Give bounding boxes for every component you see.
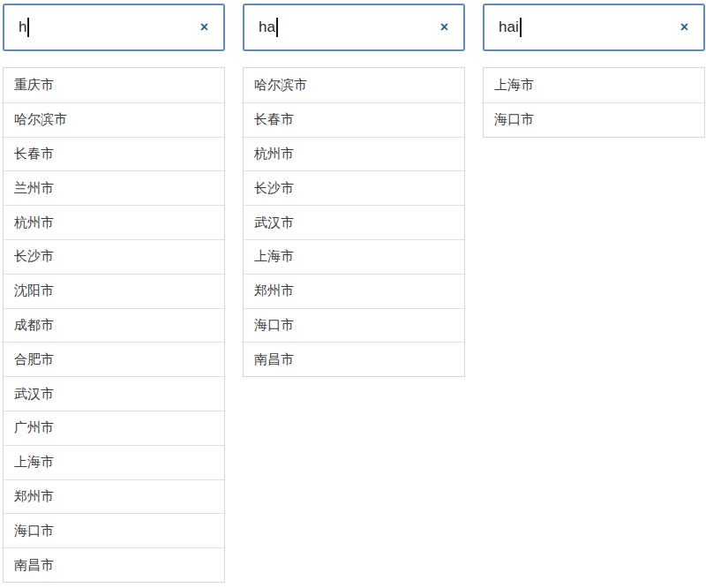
- suggestion-item[interactable]: 上海市: [4, 445, 224, 479]
- suggestion-item[interactable]: 南昌市: [4, 547, 224, 582]
- text-caret: [520, 18, 522, 37]
- search-input-value: hai: [499, 19, 519, 36]
- autocomplete-widget-2: ha × 哈尔滨市长春市杭州市长沙市武汉市上海市郑州市海口市南昌市: [243, 4, 465, 588]
- suggestion-item[interactable]: 上海市: [244, 239, 464, 274]
- suggestion-item[interactable]: 南昌市: [244, 342, 464, 376]
- suggestion-item[interactable]: 长春市: [4, 137, 224, 171]
- suggestion-item[interactable]: 长沙市: [244, 170, 464, 205]
- search-input-value: ha: [259, 19, 275, 36]
- suggestion-item[interactable]: 广州市: [4, 411, 224, 445]
- suggestion-item[interactable]: 兰州市: [4, 170, 224, 205]
- search-input-1[interactable]: h ×: [3, 4, 225, 51]
- suggestion-item[interactable]: 杭州市: [4, 205, 224, 239]
- suggestion-item[interactable]: 哈尔滨市: [244, 68, 464, 102]
- clear-icon[interactable]: ×: [680, 20, 688, 34]
- search-input-2[interactable]: ha ×: [243, 4, 465, 51]
- suggestion-item[interactable]: 重庆市: [4, 68, 224, 102]
- suggestion-item[interactable]: 哈尔滨市: [4, 102, 224, 137]
- suggestion-item[interactable]: 长春市: [244, 102, 464, 137]
- suggestion-item[interactable]: 海口市: [244, 308, 464, 343]
- suggestion-item[interactable]: 合肥市: [4, 342, 224, 376]
- text-caret: [276, 18, 278, 37]
- suggestion-item[interactable]: 成都市: [4, 308, 224, 343]
- suggestion-item[interactable]: 郑州市: [244, 274, 464, 308]
- text-caret: [27, 18, 29, 37]
- suggestion-item[interactable]: 海口市: [4, 513, 224, 547]
- suggestion-item[interactable]: 郑州市: [4, 479, 224, 514]
- suggestion-item[interactable]: 杭州市: [244, 137, 464, 171]
- suggestion-item[interactable]: 武汉市: [4, 376, 224, 411]
- suggestions-list-3: 上海市海口市: [483, 67, 705, 138]
- suggestion-item[interactable]: 沈阳市: [4, 274, 224, 308]
- suggestions-list-2: 哈尔滨市长春市杭州市长沙市武汉市上海市郑州市海口市南昌市: [243, 67, 465, 377]
- clear-icon[interactable]: ×: [200, 20, 208, 34]
- search-input-value: h: [19, 19, 26, 36]
- search-input-3[interactable]: hai ×: [483, 4, 705, 51]
- autocomplete-widget-3: hai × 上海市海口市: [483, 4, 705, 588]
- suggestion-item[interactable]: 长沙市: [4, 239, 224, 274]
- suggestion-item[interactable]: 海口市: [484, 102, 704, 137]
- suggestion-item[interactable]: 上海市: [484, 68, 704, 102]
- autocomplete-widget-1: h × 重庆市哈尔滨市长春市兰州市杭州市长沙市沈阳市成都市合肥市武汉市广州市上海…: [3, 4, 225, 588]
- suggestions-list-1: 重庆市哈尔滨市长春市兰州市杭州市长沙市沈阳市成都市合肥市武汉市广州市上海市郑州市…: [3, 67, 225, 583]
- clear-icon[interactable]: ×: [440, 20, 448, 34]
- autocomplete-demo-page: h × 重庆市哈尔滨市长春市兰州市杭州市长沙市沈阳市成都市合肥市武汉市广州市上海…: [0, 0, 706, 588]
- suggestion-item[interactable]: 武汉市: [244, 205, 464, 239]
